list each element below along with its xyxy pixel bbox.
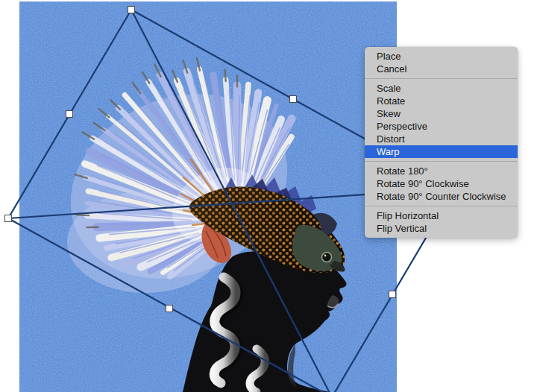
fan-fringe bbox=[77, 215, 89, 215]
menu-separator bbox=[365, 78, 518, 79]
fish-eye-highlight bbox=[324, 255, 327, 257]
menu-item-rotate-90-cw[interactable]: Rotate 90° Clockwise bbox=[365, 177, 518, 190]
transform-handle[interactable] bbox=[166, 306, 173, 312]
menu-item-distort[interactable]: Distort bbox=[365, 133, 518, 145]
menu-item-rotate[interactable]: Rotate bbox=[365, 95, 518, 107]
document-stage: Place Cancel Scale Rotate Skew Perspecti… bbox=[0, 0, 537, 392]
menu-item-warp[interactable]: Warp bbox=[365, 145, 518, 158]
menu-item-scale[interactable]: Scale bbox=[365, 82, 518, 95]
transform-handle[interactable] bbox=[5, 215, 12, 222]
transform-context-menu: Place Cancel Scale Rotate Skew Perspecti… bbox=[365, 47, 518, 238]
menu-item-place[interactable]: Place bbox=[365, 50, 518, 63]
menu-separator bbox=[365, 206, 518, 206]
transform-handle[interactable] bbox=[290, 96, 297, 103]
menu-item-rotate-180[interactable]: Rotate 180° bbox=[365, 165, 518, 177]
fish-eye bbox=[322, 253, 332, 262]
fan-fringe bbox=[224, 70, 225, 81]
menu-item-flip-vertical[interactable]: Flip Vertical bbox=[365, 222, 518, 235]
menu-item-rotate-90-ccw[interactable]: Rotate 90° Counter Clockwise bbox=[365, 190, 518, 203]
menu-item-perspective[interactable]: Perspective bbox=[365, 120, 518, 133]
transform-handle[interactable] bbox=[66, 111, 73, 118]
menu-item-cancel[interactable]: Cancel bbox=[365, 63, 518, 75]
menu-item-flip-horizontal[interactable]: Flip Horizontal bbox=[365, 209, 518, 222]
menu-item-skew[interactable]: Skew bbox=[365, 107, 518, 120]
transform-handle[interactable] bbox=[128, 7, 135, 13]
transform-handle[interactable] bbox=[389, 291, 396, 298]
menu-separator bbox=[365, 161, 518, 162]
